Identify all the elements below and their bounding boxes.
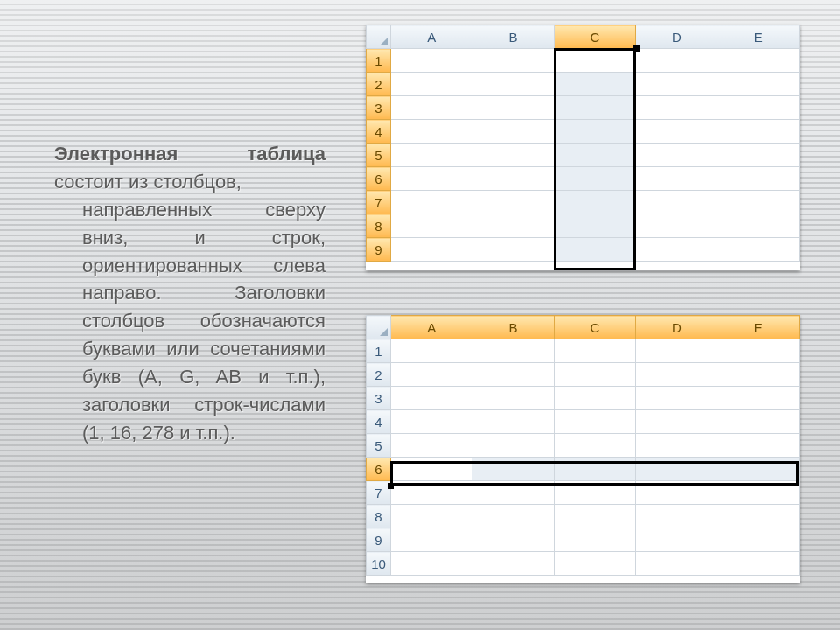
cell[interactable]: [391, 528, 472, 552]
row-header[interactable]: 3: [367, 387, 391, 410]
row-header[interactable]: 5: [367, 144, 391, 167]
col-header-a[interactable]: A: [391, 25, 472, 49]
row-header[interactable]: 10: [367, 552, 391, 576]
cell[interactable]: [636, 191, 718, 214]
cell[interactable]: [554, 238, 635, 262]
cell[interactable]: [554, 458, 635, 481]
cell-active[interactable]: [554, 49, 635, 73]
cell[interactable]: [472, 363, 554, 387]
cell[interactable]: [391, 363, 472, 387]
col-header-c[interactable]: C: [554, 316, 635, 340]
cell[interactable]: [718, 167, 799, 191]
cell[interactable]: [636, 214, 718, 238]
cell[interactable]: [718, 387, 799, 410]
cell[interactable]: [391, 434, 472, 458]
col-header-e[interactable]: E: [718, 25, 799, 49]
cell[interactable]: [636, 458, 718, 481]
cell[interactable]: [636, 238, 718, 262]
cell[interactable]: [718, 340, 799, 363]
grid-top[interactable]: A B C D E 1 2 3 4 5 6 7 8 9: [366, 24, 800, 262]
cell[interactable]: [718, 410, 799, 434]
cell[interactable]: [718, 144, 799, 167]
row-header[interactable]: 1: [367, 340, 391, 363]
cell[interactable]: [636, 363, 718, 387]
row-header[interactable]: 6: [367, 167, 391, 191]
cell[interactable]: [554, 73, 635, 96]
col-header-b[interactable]: B: [472, 316, 554, 340]
cell[interactable]: [554, 552, 635, 576]
row-header[interactable]: 8: [367, 214, 391, 238]
cell[interactable]: [391, 191, 472, 214]
cell[interactable]: [554, 363, 635, 387]
cell[interactable]: [636, 387, 718, 410]
row-header-selected[interactable]: 6: [367, 458, 391, 481]
cell[interactable]: [554, 481, 635, 505]
cell[interactable]: [472, 410, 554, 434]
cell[interactable]: [636, 49, 718, 73]
col-header-d[interactable]: D: [636, 25, 718, 49]
row-header[interactable]: 8: [367, 505, 391, 528]
cell[interactable]: [391, 144, 472, 167]
cell[interactable]: [391, 238, 472, 262]
cell[interactable]: [718, 214, 799, 238]
cell[interactable]: [391, 410, 472, 434]
cell[interactable]: [472, 434, 554, 458]
select-all-corner[interactable]: [367, 25, 391, 49]
cell[interactable]: [718, 120, 799, 144]
cell[interactable]: [391, 120, 472, 144]
row-header[interactable]: 3: [367, 96, 391, 120]
cell[interactable]: [391, 214, 472, 238]
cell[interactable]: [636, 167, 718, 191]
row-header[interactable]: 1: [367, 49, 391, 73]
cell[interactable]: [554, 167, 635, 191]
cell[interactable]: [718, 434, 799, 458]
cell[interactable]: [718, 528, 799, 552]
cell[interactable]: [554, 120, 635, 144]
cell[interactable]: [718, 49, 799, 73]
cell[interactable]: [718, 363, 799, 387]
row-header[interactable]: 7: [367, 191, 391, 214]
row-header[interactable]: 7: [367, 481, 391, 505]
cell[interactable]: [636, 120, 718, 144]
cell[interactable]: [391, 96, 472, 120]
cell-active[interactable]: [391, 458, 472, 481]
cell[interactable]: [391, 505, 472, 528]
cell[interactable]: [472, 214, 554, 238]
cell[interactable]: [554, 144, 635, 167]
row-header[interactable]: 2: [367, 363, 391, 387]
cell[interactable]: [472, 528, 554, 552]
cell[interactable]: [472, 505, 554, 528]
cell[interactable]: [472, 191, 554, 214]
cell[interactable]: [636, 434, 718, 458]
cell[interactable]: [554, 340, 635, 363]
cell[interactable]: [636, 73, 718, 96]
cell[interactable]: [472, 340, 554, 363]
cell[interactable]: [554, 387, 635, 410]
cell[interactable]: [636, 144, 718, 167]
cell[interactable]: [718, 96, 799, 120]
cell[interactable]: [391, 481, 472, 505]
cell[interactable]: [554, 434, 635, 458]
cell[interactable]: [472, 387, 554, 410]
cell[interactable]: [554, 528, 635, 552]
cell[interactable]: [636, 528, 718, 552]
cell[interactable]: [718, 458, 799, 481]
cell[interactable]: [718, 238, 799, 262]
cell[interactable]: [636, 410, 718, 434]
col-header-b[interactable]: B: [472, 25, 554, 49]
col-header-a[interactable]: A: [391, 316, 472, 340]
row-header[interactable]: 9: [367, 238, 391, 262]
cell[interactable]: [718, 505, 799, 528]
cell[interactable]: [636, 505, 718, 528]
cell[interactable]: [636, 340, 718, 363]
cell[interactable]: [472, 167, 554, 191]
select-all-corner[interactable]: [367, 316, 391, 340]
cell[interactable]: [472, 49, 554, 73]
col-header-d[interactable]: D: [636, 316, 718, 340]
cell[interactable]: [554, 410, 635, 434]
row-header[interactable]: 2: [367, 73, 391, 96]
row-header[interactable]: 4: [367, 120, 391, 144]
cell[interactable]: [718, 73, 799, 96]
col-header-e[interactable]: E: [718, 316, 799, 340]
cell[interactable]: [391, 340, 472, 363]
